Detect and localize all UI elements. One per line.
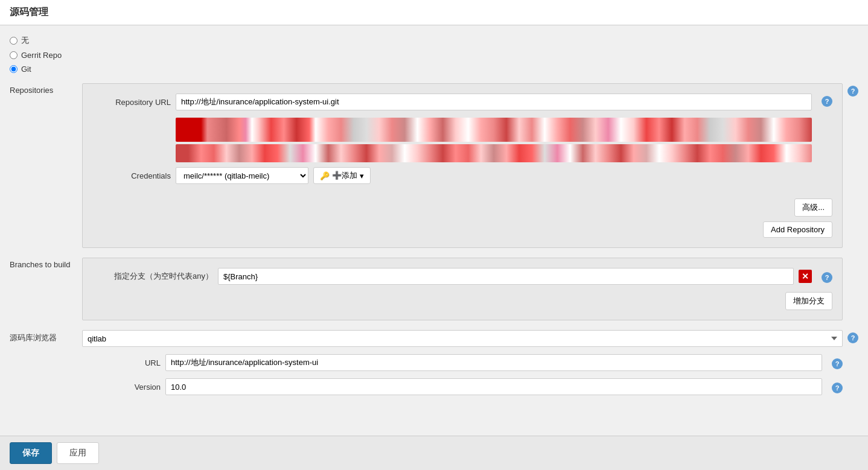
credentials-controls: meilc/****** (qitlab-meilc) 🔑 ➕添加 ▾: [176, 167, 371, 184]
branch-field-label: 指定分支（为空时代表any）: [92, 271, 213, 282]
radio-gerrit-input[interactable]: [10, 51, 18, 59]
radio-gerrit-label: Gerrit Repo: [21, 51, 62, 60]
source-browser-select-row: qitlab: [82, 330, 843, 347]
colored-bars: [176, 118, 812, 162]
footer-buttons: 保存 应用: [0, 436, 868, 458]
radio-none[interactable]: 无: [10, 35, 858, 46]
branches-label: Branches to build: [10, 258, 82, 269]
page-title: 源码管理: [10, 7, 48, 17]
url-help-icon[interactable]: ?: [832, 358, 843, 369]
key-icon: 🔑: [320, 171, 330, 180]
radio-none-input[interactable]: [10, 37, 18, 45]
repo-buttons-row: 高级... Add Repository: [92, 198, 832, 238]
add-credentials-button[interactable]: 🔑 ➕添加 ▾: [313, 167, 371, 184]
close-icon: ✕: [802, 272, 809, 281]
source-browser-content: qitlab URL ? Version ?: [82, 330, 843, 402]
add-credentials-label: ➕添加: [332, 170, 357, 181]
repo-url-inner-row: Repository URL: [92, 94, 812, 110]
branches-content: 指定分支（为空时代表any） ✕ ? 增加分支: [82, 258, 843, 320]
source-browser-version-row: Version ?: [82, 378, 843, 395]
repo-url-row: Repository URL Credentials meilc/******: [92, 94, 832, 191]
source-browser-select[interactable]: qitlab: [82, 330, 843, 347]
repo-url-label: Repository URL: [92, 98, 171, 107]
advanced-button[interactable]: 高级...: [794, 198, 832, 217]
branch-row: 指定分支（为空时代表any） ✕ ?: [92, 268, 832, 285]
source-browser-version-label: Version: [82, 383, 161, 392]
apply-button[interactable]: 应用: [57, 442, 99, 458]
page-header: 源码管理: [0, 0, 868, 25]
version-help-icon[interactable]: ?: [832, 383, 843, 393]
source-browser-url-label: URL: [82, 358, 161, 367]
branches-section: Branches to build 指定分支（为空时代表any） ✕ ? 增加分…: [10, 258, 858, 320]
add-branch-row: 增加分支: [92, 292, 832, 310]
delete-branch-button[interactable]: ✕: [799, 270, 812, 283]
add-repository-button[interactable]: Add Repository: [763, 221, 832, 238]
radio-gerrit[interactable]: Gerrit Repo: [10, 51, 858, 60]
repo-url-help-icon[interactable]: ?: [822, 96, 832, 107]
repositories-help-icon[interactable]: ?: [847, 86, 858, 97]
credentials-select[interactable]: meilc/****** (qitlab-meilc): [176, 167, 308, 184]
repo-url-input[interactable]: [176, 94, 812, 110]
source-browser-section: 源码库浏览器 qitlab URL ? Version ? ?: [10, 330, 858, 402]
radio-git-label: Git: [21, 65, 31, 74]
source-browser-label: 源码库浏览器: [10, 330, 82, 343]
repositories-section: Repositories Repository URL Cre: [10, 83, 858, 248]
branch-input[interactable]: [218, 268, 794, 285]
repositories-label: Repositories: [10, 83, 82, 95]
radio-none-label: 无: [21, 35, 29, 46]
bar-bottom: [176, 144, 812, 162]
branch-help-icon[interactable]: ?: [822, 272, 832, 283]
save-button[interactable]: 保存: [10, 442, 52, 458]
scm-radio-group: 无 Gerrit Repo Git: [10, 35, 858, 74]
source-browser-url-input[interactable]: [165, 354, 822, 371]
credentials-row: Credentials meilc/****** (qitlab-meilc) …: [92, 167, 812, 184]
credentials-label: Credentials: [92, 171, 171, 180]
source-browser-version-input[interactable]: [165, 378, 822, 395]
radio-git-input[interactable]: [10, 65, 18, 73]
add-branch-button[interactable]: 增加分支: [785, 292, 832, 310]
repositories-content: Repository URL Credentials meilc/******: [82, 83, 843, 248]
dropdown-arrow-icon: ▾: [360, 171, 364, 180]
radio-git[interactable]: Git: [10, 65, 858, 74]
bar-top: [176, 118, 812, 142]
source-browser-help-icon[interactable]: ?: [847, 332, 858, 343]
source-browser-url-row: URL ?: [82, 354, 843, 371]
